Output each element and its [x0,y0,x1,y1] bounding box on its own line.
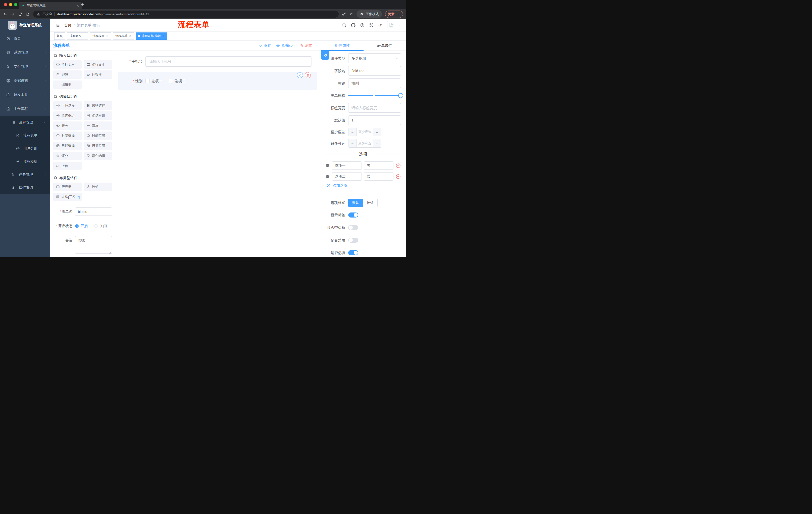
search-icon[interactable] [342,23,346,27]
option-label-input[interactable]: 选项一 [332,161,362,170]
address-bar[interactable]: 不安全 dashboard.yudao.iocoder.cn/bpm/manag… [33,10,339,18]
sidebar-menu-item[interactable]: 研发工具 [0,88,50,102]
radio-off[interactable]: 关闭 [94,222,107,230]
password-manager-icon[interactable] [342,12,346,16]
component-item[interactable]: 颜色选择 [84,152,112,160]
security-warning-icon[interactable] [37,12,40,16]
option-style-default[interactable]: 默认 [348,199,363,207]
component-item[interactable]: 时间范围 [84,132,112,140]
component-item[interactable]: 单选框组 [53,111,82,120]
form-field-phone[interactable]: *手机号 [118,56,317,66]
breadcrumb-home[interactable]: 首页 [64,23,71,28]
option-label-input[interactable]: 选项二 [332,172,362,181]
close-tag-icon[interactable] [106,35,109,37]
json-drawer-handle[interactable] [321,51,329,60]
browser-tab[interactable]: 芋道管理系统 [19,2,82,9]
component-item[interactable]: 编辑器 [53,80,82,89]
stepper-increase-button[interactable]: + [373,128,381,136]
stepper-decrease-button[interactable]: − [348,139,357,147]
sidebar-menu-item[interactable]: 支付管理 [0,60,50,74]
component-item[interactable]: 多选框组 [84,111,112,120]
component-item[interactable]: 单行文本 [53,60,82,69]
browser-menu-icon[interactable] [397,12,400,16]
component-item[interactable]: 上传 [53,162,82,170]
title-input[interactable] [348,78,401,88]
component-item[interactable]: 评分 [53,152,82,160]
component-item[interactable]: 123计数器 [84,71,112,79]
component-item[interactable]: 滑块 [84,121,112,130]
component-item[interactable]: 级联选择 [84,101,112,110]
sidebar-menu-item[interactable]: 用户分组 [0,142,50,155]
sidebar-menu-item[interactable]: 基础设施 [0,74,50,88]
zoom-window-button[interactable] [14,3,17,6]
component-type-select[interactable]: 多选框组 [348,53,401,63]
form-grid-slider[interactable] [348,91,401,100]
resize-grip[interactable] [109,252,111,254]
save-button[interactable]: 保存 [259,43,271,48]
form-remark-textarea[interactable]: 嘿嘿 [75,236,112,254]
close-tab-icon[interactable] [76,4,79,7]
sidebar-menu-item[interactable]: 流程表单 [0,129,50,142]
stepper-value[interactable]: 至少应选 [357,128,373,136]
phone-input[interactable] [145,56,312,66]
tag-view-item[interactable]: 首页 [54,32,65,40]
tag-view-item[interactable]: 流程定义 [67,32,88,40]
avatar-caret-icon[interactable] [398,24,401,27]
form-field-gender-selected[interactable]: *性别 选项一选项二 [118,72,317,90]
option-value-input[interactable]: 男 [364,161,394,170]
sidebar-menu-item[interactable]: 流程管理 [0,116,50,129]
sidebar-menu-item[interactable]: 任务管理 [0,168,50,181]
stepper-increase-button[interactable]: + [373,139,381,147]
option-value-input[interactable]: 女 [364,172,394,181]
drag-icon[interactable] [326,163,330,168]
back-button[interactable] [3,12,7,16]
sidebar-menu-item[interactable]: 系统管理 [0,46,50,60]
help-icon[interactable] [360,23,365,27]
avatar[interactable] [387,21,395,29]
tag-view-item[interactable]: 流程表单-编辑 [136,32,167,40]
checkbox-icon[interactable] [169,79,173,83]
component-item[interactable]: 行容器 [53,183,82,191]
close-tag-icon[interactable] [129,35,132,37]
label-width-input[interactable] [348,103,401,113]
close-tag-icon[interactable] [162,35,165,37]
toggle-switch[interactable] [348,225,358,230]
component-item[interactable]: 下拉选择 [53,101,82,110]
forward-button[interactable] [10,12,15,16]
component-item[interactable]: 开关 [53,121,82,130]
tab-component-props[interactable]: 组件属性 [321,40,364,51]
browser-update-button[interactable]: 更新 [385,10,403,18]
slider-handle[interactable] [398,93,403,98]
minimize-window-button[interactable] [9,3,12,6]
default-value-input[interactable] [348,115,401,125]
close-tag-icon[interactable] [83,35,86,37]
collapse-sidebar-icon[interactable] [55,23,60,28]
checkbox-option[interactable]: 选项二 [169,79,186,83]
component-item[interactable]: 时间选择 [53,132,82,140]
fullscreen-icon[interactable] [369,23,374,27]
tag-view-item[interactable]: 流程表单 [113,32,134,40]
toggle-switch[interactable] [348,250,358,255]
canvas-body[interactable]: *手机号 *性别 选项一选项二 [115,51,321,257]
component-item[interactable]: 多行文本 [84,60,112,69]
tag-view-item[interactable]: 流程模型 [90,32,111,40]
checkbox-option[interactable]: 选项一 [145,79,163,83]
option-style-button[interactable]: 按钮 [363,199,378,207]
sidebar-menu-item[interactable]: 请假查询 [0,181,50,194]
clear-button[interactable]: 清空 [300,43,312,48]
component-item[interactable]: 按钮 [84,183,112,191]
tab-form-props[interactable]: 表单属性 [364,40,406,51]
component-item[interactable]: 表格[开发中] [53,193,82,201]
github-icon[interactable] [351,23,355,27]
component-item[interactable]: 日期范围 [84,141,112,150]
component-item[interactable]: 密码 [53,71,82,79]
font-size-icon[interactable]: TT [378,23,383,27]
bookmark-icon[interactable] [349,12,353,16]
sidebar-menu-item[interactable]: 工作流程 [0,102,50,116]
sidebar-menu-item[interactable]: 首页 [0,31,50,46]
form-name-input[interactable] [75,208,112,216]
drag-icon[interactable] [326,174,330,179]
add-option-button[interactable]: 添加选项 [327,183,401,188]
home-button[interactable] [26,12,30,16]
delete-field-button[interactable] [305,72,311,78]
